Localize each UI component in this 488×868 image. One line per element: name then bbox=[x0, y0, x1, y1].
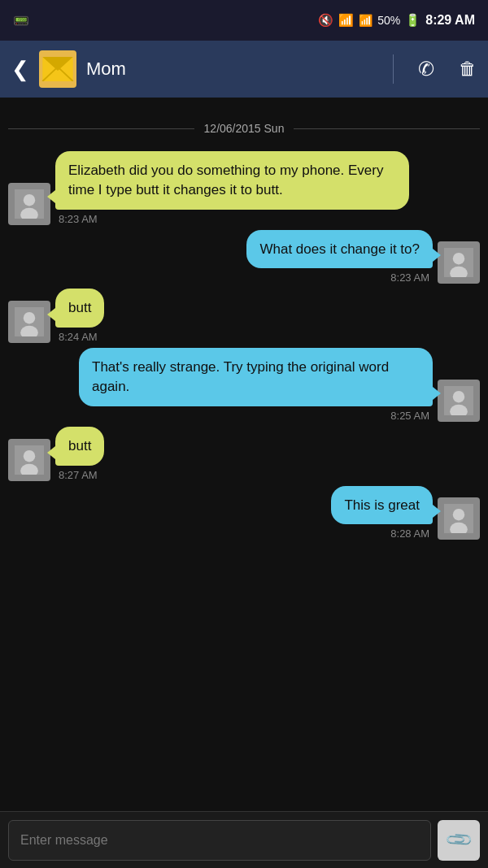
message-bubble: This is great bbox=[331, 486, 433, 525]
date-label: 12/06/2015 Sun bbox=[204, 122, 285, 135]
message-row: butt 8:27 AM bbox=[8, 427, 480, 481]
message-row: This is great 8:28 AM bbox=[8, 486, 480, 540]
divider-line-right bbox=[294, 128, 480, 129]
contact-name: Mom bbox=[86, 59, 383, 80]
message-bubble: What does it change it to? bbox=[246, 230, 433, 269]
message-row: That's really strange. Try typing the or… bbox=[8, 348, 480, 422]
clock: 8:29 AM bbox=[425, 13, 475, 28]
avatar bbox=[8, 439, 50, 481]
svg-point-11 bbox=[24, 312, 35, 323]
battery-percent: 50% bbox=[377, 14, 400, 27]
avatar bbox=[8, 301, 50, 343]
bubble-wrap: This is great 8:28 AM bbox=[331, 486, 433, 540]
avatar bbox=[438, 380, 480, 422]
message-bubble: Elizabeth did you do something to my pho… bbox=[55, 151, 409, 210]
svg-point-17 bbox=[24, 450, 35, 462]
message-time: 8:23 AM bbox=[390, 271, 429, 284]
divider-line-left bbox=[8, 128, 194, 129]
paperclip-icon: 📎 bbox=[443, 825, 473, 855]
avatar bbox=[438, 241, 480, 284]
input-bar: 📎 bbox=[0, 811, 488, 868]
status-bar-right: 🔇 📶 📶 50% 🔋 8:29 AM bbox=[318, 13, 475, 28]
message-time: 8:24 AM bbox=[59, 331, 98, 343]
chat-header: ❮ Mom ✆ 🗑 bbox=[0, 41, 488, 98]
message-time: 8:28 AM bbox=[390, 527, 429, 540]
message-row: Elizabeth did you do something to my pho… bbox=[8, 151, 480, 225]
bubble-wrap: That's really strange. Try typing the or… bbox=[79, 348, 433, 422]
message-text: What does it change it to? bbox=[259, 241, 420, 257]
bubble-wrap: What does it change it to? 8:23 AM bbox=[246, 230, 433, 284]
chat-area: 12/06/2015 Sun Elizabeth did you do some… bbox=[0, 98, 488, 811]
svg-point-20 bbox=[453, 509, 464, 520]
message-bubble: butt bbox=[55, 427, 104, 466]
message-text: butt bbox=[68, 300, 91, 315]
signal-icon: 📶 bbox=[359, 14, 373, 27]
message-bubble: butt bbox=[55, 289, 104, 328]
message-time: 8:27 AM bbox=[59, 469, 98, 481]
message-text: This is great bbox=[344, 497, 420, 513]
svg-point-5 bbox=[24, 194, 35, 206]
message-input[interactable] bbox=[8, 820, 431, 861]
bubble-wrap: butt 8:27 AM bbox=[55, 427, 104, 481]
header-divider bbox=[393, 54, 394, 84]
message-time: 8:23 AM bbox=[59, 213, 98, 225]
message-bubble: That's really strange. Try typing the or… bbox=[79, 348, 433, 406]
bubble-wrap: butt 8:24 AM bbox=[55, 289, 104, 343]
svg-point-8 bbox=[453, 253, 464, 264]
message-text: That's really strange. Try typing the or… bbox=[92, 359, 389, 394]
contact-avatar bbox=[39, 50, 76, 88]
message-text: butt bbox=[68, 438, 91, 454]
message-row: butt 8:24 AM bbox=[8, 289, 480, 343]
status-bar: 📟 🔇 📶 📶 50% 🔋 8:29 AM bbox=[0, 0, 488, 41]
avatar bbox=[438, 497, 480, 540]
call-button[interactable]: ✆ bbox=[418, 58, 434, 80]
svg-point-14 bbox=[453, 391, 464, 402]
date-divider: 12/06/2015 Sun bbox=[8, 122, 480, 135]
mute-icon: 🔇 bbox=[318, 13, 333, 28]
status-bar-left: 📟 bbox=[13, 13, 29, 28]
voicemail-icon: 📟 bbox=[13, 13, 29, 28]
attach-button[interactable]: 📎 bbox=[438, 820, 480, 861]
battery-icon: 🔋 bbox=[405, 13, 420, 28]
message-text: Elizabeth did you do something to my pho… bbox=[68, 163, 383, 197]
wifi-icon: 📶 bbox=[338, 13, 354, 28]
message-time: 8:25 AM bbox=[390, 410, 429, 422]
bubble-wrap: Elizabeth did you do something to my pho… bbox=[55, 151, 409, 225]
delete-button[interactable]: 🗑 bbox=[459, 59, 477, 80]
avatar bbox=[8, 183, 50, 225]
message-row: What does it change it to? 8:23 AM bbox=[8, 230, 480, 284]
back-button[interactable]: ❮ bbox=[11, 57, 29, 82]
